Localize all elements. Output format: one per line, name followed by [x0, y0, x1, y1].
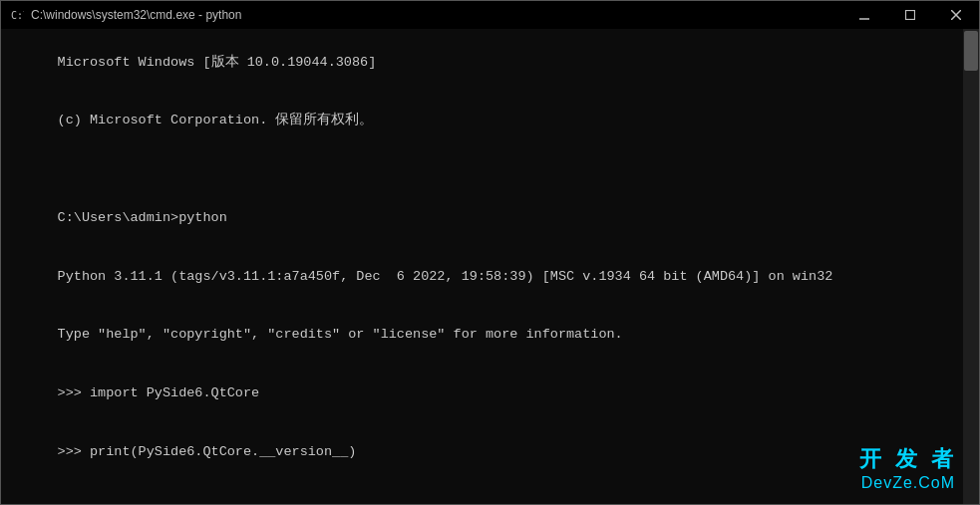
- minimize-button[interactable]: [841, 1, 887, 29]
- line-2: (c) Microsoft Corporation. 保留所有权利。: [58, 113, 374, 127]
- close-button[interactable]: [933, 1, 979, 29]
- svg-rect-3: [906, 11, 915, 20]
- maximize-button[interactable]: [887, 1, 933, 29]
- line-6: Type "help", "copyright", "credits" or "…: [58, 327, 623, 342]
- svg-text:C:\: C:\: [11, 10, 24, 21]
- cmd-icon: C:\: [9, 7, 25, 23]
- line-1: Microsoft Windows [版本 10.0.19044.3086]: [58, 55, 377, 70]
- line-8: >>> print(PySide6.QtCore.__version__): [58, 444, 357, 459]
- line-4: C:\Users\admin>python: [58, 210, 227, 225]
- cmd-window: C:\ C:\windows\system32\cmd.exe - python: [0, 0, 980, 505]
- console-body[interactable]: Microsoft Windows [版本 10.0.19044.3086] (…: [1, 29, 979, 504]
- window-controls: [841, 1, 979, 29]
- line-7: >>> import PySide6.QtCore: [58, 385, 260, 400]
- console-output: Microsoft Windows [版本 10.0.19044.3086] (…: [9, 33, 971, 504]
- line-5: Python 3.11.1 (tags/v3.11.1:a7a450f, Dec…: [58, 269, 833, 284]
- titlebar: C:\ C:\windows\system32\cmd.exe - python: [1, 1, 979, 29]
- scrollbar[interactable]: [963, 29, 979, 504]
- line-9: 6.4.1: [58, 503, 99, 505]
- scrollbar-thumb[interactable]: [964, 31, 978, 71]
- window-title: C:\windows\system32\cmd.exe - python: [31, 8, 971, 22]
